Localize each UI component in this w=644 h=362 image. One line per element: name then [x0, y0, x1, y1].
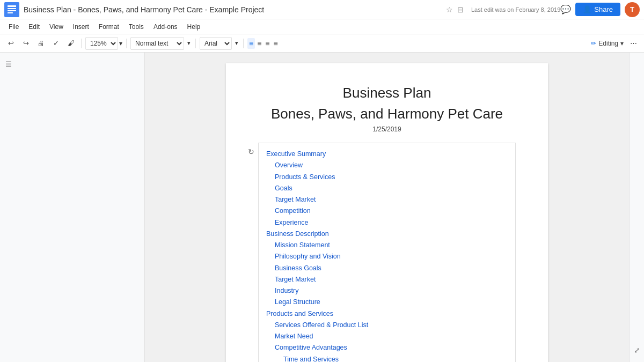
toc-link-17[interactable]: Competitive Advantages	[275, 342, 508, 353]
share-icon: 👤	[583, 5, 591, 13]
editing-button[interactable]: ✏ Editing ▾	[591, 40, 624, 47]
toc-link-13[interactable]: Legal Structure	[275, 297, 508, 308]
menu-file[interactable]: File	[4, 22, 23, 32]
left-sidebar: ☰	[0, 53, 145, 362]
separator-1	[81, 39, 82, 48]
toc-link-8[interactable]: Mission Statement	[275, 240, 508, 251]
zoom-select[interactable]: 125% 100% 75%	[85, 37, 118, 50]
zoom-dropdown-icon: ▾	[119, 40, 122, 47]
toc-link-3[interactable]: Goals	[275, 183, 508, 194]
paint-format-button[interactable]: 🖌	[64, 37, 77, 50]
toc-link-0[interactable]: Executive Summary	[266, 149, 508, 160]
editing-dropdown-icon: ▾	[620, 40, 624, 47]
doc-page: Business Plan Bones, Paws, and Harmony P…	[226, 63, 548, 362]
svg-rect-3	[8, 10, 16, 11]
avatar[interactable]: T	[625, 2, 640, 17]
expand-panel-button[interactable]: ⤢	[632, 345, 642, 356]
menu-tools[interactable]: Tools	[125, 22, 148, 32]
toc-link-18[interactable]: Time and Services	[283, 354, 508, 363]
menu-view[interactable]: View	[45, 22, 68, 32]
toc-link-11[interactable]: Target Market	[275, 274, 508, 285]
svg-rect-2	[8, 8, 16, 9]
menu-bar: File Edit View Insert Format Tools Add-o…	[0, 19, 644, 34]
align-right-button[interactable]: ≡	[264, 38, 271, 49]
redo-button[interactable]: ↪	[19, 37, 32, 50]
doc-date: 1/25/2019	[258, 125, 516, 133]
font-dropdown-icon: ▾	[235, 40, 238, 47]
align-justify-button[interactable]: ≡	[272, 38, 280, 49]
toc-link-16[interactable]: Market Need	[275, 331, 508, 342]
style-dropdown-icon: ▾	[187, 40, 191, 47]
zoom-selector[interactable]: 125% 100% 75% ▾	[85, 37, 122, 50]
doc-scroll-area[interactable]: Business Plan Bones, Paws, and Harmony P…	[145, 53, 629, 362]
align-left-button[interactable]: ≡	[247, 38, 255, 49]
doc-subtitle: Bones, Paws, and Harmony Pet Care	[258, 106, 516, 122]
toc-link-7[interactable]: Business Description	[266, 228, 508, 240]
toc-link-12[interactable]: Industry	[275, 285, 508, 297]
document-title: Business Plan - Bones, Paws, and Harmony…	[24, 5, 444, 14]
align-buttons: ≡ ≡ ≡ ≡	[247, 38, 280, 49]
expand-button[interactable]: ⋯	[627, 37, 640, 50]
spellcheck-button[interactable]: ✓	[49, 37, 62, 50]
sidebar-outline-icon[interactable]: ☰	[2, 57, 15, 71]
toc-link-1[interactable]: Overview	[275, 160, 508, 171]
print-button[interactable]: 🖨	[34, 37, 47, 50]
separator-3	[195, 39, 196, 48]
last-edit-text: Last edit was on February 8, 2019	[471, 6, 560, 13]
toc-link-10[interactable]: Business Goals	[275, 263, 508, 274]
title-bar: Business Plan - Bones, Paws, and Harmony…	[0, 0, 644, 19]
menu-edit[interactable]: Edit	[24, 22, 44, 32]
toolbar: ↩ ↪ 🖨 ✓ 🖌 125% 100% 75% ▾ Normal text He…	[0, 34, 644, 53]
menu-insert[interactable]: Insert	[69, 22, 93, 32]
separator-4	[243, 39, 244, 48]
toc-link-6[interactable]: Experience	[275, 217, 508, 228]
svg-rect-0	[4, 2, 19, 17]
undo-button[interactable]: ↩	[4, 37, 17, 50]
google-docs-logo	[4, 2, 19, 17]
title-bar-actions: 💬 👤 Share T	[560, 2, 640, 17]
paragraph-style-select[interactable]: Normal text Heading 1 Heading 2	[130, 37, 184, 50]
doc-main-title: Business Plan	[258, 85, 516, 101]
pencil-icon: ✏	[591, 40, 596, 47]
toolbar-right: ✏ Editing ▾ ⋯	[591, 37, 640, 50]
toc-refresh-icon[interactable]: ↻	[248, 147, 254, 156]
separator-2	[126, 39, 127, 48]
content-area: ☰ Business Plan Bones, Paws, and Harmony…	[0, 53, 644, 362]
menu-format[interactable]: Format	[94, 22, 123, 32]
toc-link-9[interactable]: Philosophy and Vision	[275, 251, 508, 262]
chat-icon[interactable]: 💬	[560, 4, 571, 14]
font-select[interactable]: Arial Times New Roman	[200, 37, 232, 50]
menu-addons[interactable]: Add-ons	[149, 22, 182, 32]
star-icon[interactable]: ☆	[446, 5, 453, 14]
align-center-button[interactable]: ≡	[255, 38, 263, 49]
toc-link-5[interactable]: Competition	[275, 205, 508, 217]
toc-link-4[interactable]: Target Market	[275, 194, 508, 205]
menu-help[interactable]: Help	[183, 22, 205, 32]
right-panel: ⤢	[629, 53, 644, 362]
toc-link-15[interactable]: Services Offered & Product List	[275, 320, 508, 331]
toc-link-2[interactable]: Products & Services	[275, 172, 508, 183]
toc-items: Executive SummaryOverviewProducts & Serv…	[266, 149, 508, 362]
svg-rect-4	[8, 12, 13, 13]
toc-link-14[interactable]: Products and Services	[266, 308, 508, 320]
svg-rect-1	[8, 5, 16, 7]
folder-icon[interactable]: ⊟	[457, 5, 464, 14]
share-button[interactable]: 👤 Share	[575, 3, 620, 16]
table-of-contents: ↻ Executive SummaryOverviewProducts & Se…	[258, 143, 516, 362]
